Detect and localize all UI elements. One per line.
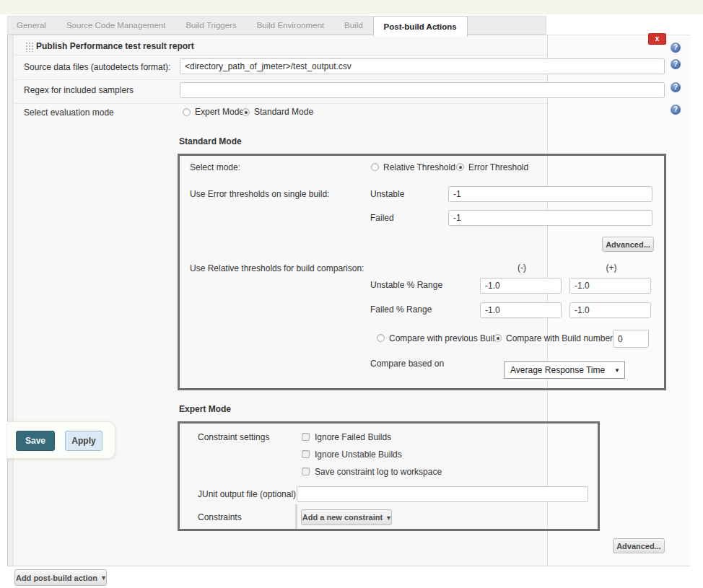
row-separator xyxy=(14,79,547,80)
unstable-label: Unstable xyxy=(370,188,404,200)
constraints-label: Constraints xyxy=(198,512,242,523)
failed-threshold-input[interactable] xyxy=(448,210,652,226)
bottom-advanced-button[interactable]: Advanced... xyxy=(613,538,665,553)
help-icon[interactable] xyxy=(671,59,681,69)
compare-previous-build-radio[interactable] xyxy=(377,334,385,342)
ignore-unstable-builds-checkbox[interactable] xyxy=(302,450,310,458)
error-thresholds-label: Use Error thresholds on single build: xyxy=(190,188,329,200)
failed-minus-input[interactable] xyxy=(480,302,562,318)
tab-build-environment[interactable]: Build Environment xyxy=(247,17,334,34)
plus-column-header: (+) xyxy=(603,263,620,273)
jenkins-config-page: General Source Code Management Build Tri… xyxy=(0,0,703,588)
unstable-minus-input[interactable] xyxy=(480,278,562,294)
minus-column-header: (-) xyxy=(513,263,530,273)
failed-range-label: Failed % Range xyxy=(370,304,432,315)
junit-output-input[interactable] xyxy=(297,486,588,502)
save-constraint-log-label[interactable]: Save constraint log to workspace xyxy=(315,466,442,478)
ignore-failed-builds-label[interactable]: Ignore Failed Builds xyxy=(315,431,391,443)
regex-input[interactable] xyxy=(180,82,665,98)
constraint-settings-label: Constraint settings xyxy=(198,431,269,443)
help-icon[interactable] xyxy=(671,105,681,115)
row-separator xyxy=(14,103,547,104)
junit-output-label: JUnit output file (optional) xyxy=(198,488,296,500)
add-constraint-button[interactable]: Add a new constraint xyxy=(301,509,392,525)
expert-mode-header: Expert Mode xyxy=(179,403,231,415)
save-button[interactable]: Save xyxy=(16,431,55,451)
repeatable-section-bar xyxy=(295,504,297,529)
row-separator xyxy=(14,55,547,56)
unstable-threshold-input[interactable] xyxy=(448,186,652,202)
compare-based-on-select[interactable]: Average Response Time xyxy=(504,361,625,379)
source-files-input[interactable] xyxy=(180,58,665,74)
tab-build[interactable]: Build xyxy=(334,17,373,34)
ignore-failed-builds-checkbox[interactable] xyxy=(302,433,310,441)
unstable-plus-input[interactable] xyxy=(569,278,651,294)
help-icon[interactable] xyxy=(671,82,681,92)
delete-section-button[interactable]: x xyxy=(648,33,666,45)
relative-thresholds-label: Use Relative thresholds for build compar… xyxy=(190,263,364,274)
compare-based-on-label: Compare based on xyxy=(370,358,444,369)
compare-build-number-radio[interactable] xyxy=(494,334,502,342)
drag-strip[interactable] xyxy=(8,35,14,566)
compare-based-on-value: Average Response Time xyxy=(510,365,605,375)
failed-label: Failed xyxy=(370,212,394,224)
expert-mode-radio-label[interactable]: Expert Mode xyxy=(195,106,244,118)
add-post-build-action-button[interactable]: Add post-build action xyxy=(14,569,107,586)
select-mode-label: Select mode: xyxy=(190,162,240,173)
ignore-unstable-builds-label[interactable]: Ignore Unstable Builds xyxy=(315,449,402,460)
standard-mode-header: Standard Mode xyxy=(179,136,242,147)
apply-button[interactable]: Apply xyxy=(65,431,102,451)
unstable-range-label: Unstable % Range xyxy=(370,279,442,291)
regex-label: Regex for included samplers xyxy=(24,84,134,96)
standard-mode-radio[interactable] xyxy=(242,108,250,116)
standard-mode-radio-label[interactable]: Standard Mode xyxy=(254,106,313,118)
add-constraint-button-label: Add a new constraint xyxy=(302,513,383,522)
error-threshold-radio-label[interactable]: Error Threshold xyxy=(468,162,528,173)
add-post-build-action-label: Add post-build action xyxy=(16,574,97,582)
drag-handle-icon[interactable] xyxy=(25,42,33,52)
source-files-label: Source data files (autodetects format): xyxy=(24,61,170,73)
error-threshold-radio[interactable] xyxy=(456,163,464,171)
eval-mode-label: Select evaluation mode xyxy=(24,107,114,118)
relative-threshold-radio-label[interactable]: Relative Threshold xyxy=(383,162,455,173)
help-icon[interactable] xyxy=(671,43,681,53)
section-title: Publish Performance test result report xyxy=(36,40,194,52)
tab-source-code-management[interactable]: Source Code Management xyxy=(56,17,175,34)
top-strip xyxy=(0,0,703,14)
relative-threshold-radio[interactable] xyxy=(371,163,379,171)
config-tab-bar: General Source Code Management Build Tri… xyxy=(7,16,546,35)
compare-previous-build-label[interactable]: Compare with previous Build xyxy=(389,333,499,344)
build-number-input[interactable] xyxy=(613,330,649,348)
expert-mode-radio[interactable] xyxy=(183,108,191,116)
save-constraint-log-checkbox[interactable] xyxy=(302,468,310,475)
post-build-action-block: Publish Performance test result report x… xyxy=(7,35,691,566)
save-panel: Save Apply xyxy=(7,421,115,459)
compare-build-number-label[interactable]: Compare with Build number xyxy=(506,333,613,344)
tab-post-build-actions[interactable]: Post-build Actions xyxy=(373,16,468,37)
tab-general[interactable]: General xyxy=(8,17,56,34)
advanced-button[interactable]: Advanced... xyxy=(602,237,654,252)
tab-build-triggers[interactable]: Build Triggers xyxy=(175,17,246,34)
failed-plus-input[interactable] xyxy=(569,302,651,318)
